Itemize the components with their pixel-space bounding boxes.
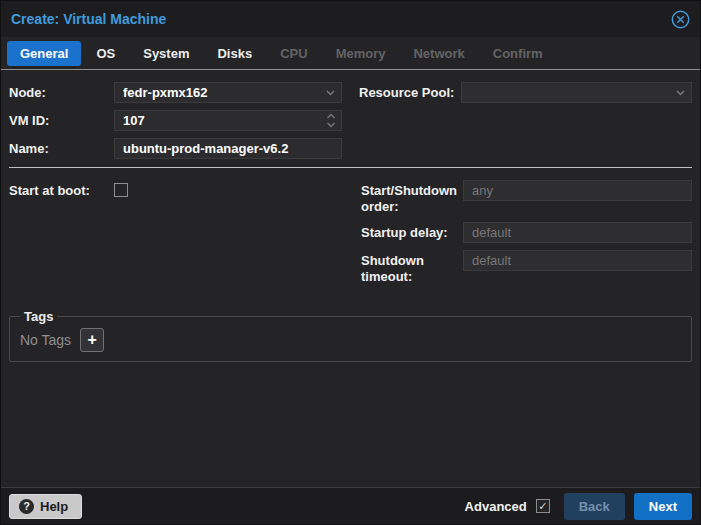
shutdown-timeout-field[interactable]: [463, 250, 692, 271]
startup-delay-label: Startup delay:: [361, 222, 463, 241]
node-input[interactable]: [114, 82, 342, 103]
name-field[interactable]: [114, 138, 342, 159]
help-button[interactable]: ? Help: [9, 494, 82, 519]
section-divider: [9, 167, 692, 168]
tab-disks[interactable]: Disks: [204, 41, 265, 66]
help-icon: ?: [19, 499, 34, 514]
tab-memory: Memory: [323, 41, 399, 66]
startup-delay-input[interactable]: [463, 222, 692, 243]
close-button[interactable]: [670, 9, 690, 29]
dialog-footer: ? Help Advanced ✓ Back Next: [1, 487, 700, 524]
tab-confirm: Confirm: [480, 41, 556, 66]
tab-network: Network: [400, 41, 477, 66]
resource-pool-select[interactable]: [461, 82, 692, 103]
resource-pool-input[interactable]: [461, 82, 692, 103]
tab-general[interactable]: General: [7, 41, 81, 66]
advanced-label: Advanced: [465, 499, 527, 514]
back-button[interactable]: Back: [564, 493, 625, 520]
name-input[interactable]: [114, 138, 342, 159]
startup-order-field[interactable]: [463, 180, 692, 201]
dialog-header: Create: Virtual Machine: [1, 1, 700, 37]
add-tag-button[interactable]: +: [80, 328, 104, 352]
shutdown-timeout-input[interactable]: [463, 250, 692, 271]
wizard-tabbar: General OS System Disks CPU Memory Netwo…: [1, 37, 700, 70]
tab-cpu: CPU: [267, 41, 320, 66]
node-label: Node:: [9, 82, 114, 101]
vm-id-input[interactable]: [114, 110, 342, 131]
resource-pool-label: Resource Pool:: [359, 82, 461, 101]
startup-delay-field[interactable]: [463, 222, 692, 243]
shutdown-timeout-label: Shutdown timeout:: [361, 250, 463, 285]
start-at-boot-label: Start at boot:: [9, 180, 114, 199]
dialog-title: Create: Virtual Machine: [11, 11, 166, 27]
no-tags-text: No Tags: [20, 332, 71, 348]
vm-id-label: VM ID:: [9, 110, 114, 129]
tags-legend: Tags: [20, 309, 57, 324]
create-vm-dialog: Create: Virtual Machine General OS Syste…: [0, 0, 701, 525]
help-button-label: Help: [40, 499, 68, 514]
start-at-boot-checkbox[interactable]: [114, 183, 128, 197]
name-label: Name:: [9, 138, 114, 157]
general-form: Node: Resource Pool: VM ID:: [1, 70, 700, 524]
advanced-checkbox[interactable]: ✓: [536, 499, 550, 513]
tab-system[interactable]: System: [130, 41, 202, 66]
node-select[interactable]: [114, 82, 342, 103]
close-icon: [671, 10, 690, 29]
startup-order-label: Start/Shutdown order:: [361, 180, 463, 215]
tab-os[interactable]: OS: [83, 41, 128, 66]
next-button[interactable]: Next: [634, 493, 692, 520]
vm-id-spinner[interactable]: [114, 110, 342, 131]
startup-order-input[interactable]: [463, 180, 692, 201]
tags-fieldset: Tags No Tags +: [9, 309, 692, 362]
